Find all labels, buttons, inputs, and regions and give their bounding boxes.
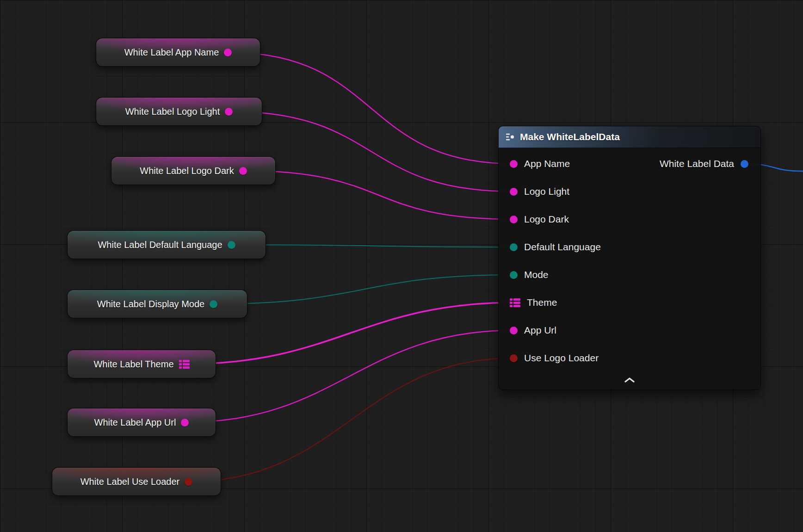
variable-getter-label: White Label Use Loader <box>80 476 180 487</box>
variable-getter-label: White Label App Name <box>124 47 219 58</box>
struct-pin-icon <box>510 298 520 307</box>
make-struct-icon <box>505 132 515 142</box>
make-whitelabeldata-node[interactable]: Make WhiteLabelData App Name White Label… <box>498 126 761 390</box>
node-body: App Name White Label Data Logo Light Log… <box>499 148 760 388</box>
input-pin-teal[interactable] <box>510 243 518 251</box>
output-pin-teal[interactable] <box>228 241 235 249</box>
input-pin-pink[interactable] <box>510 216 518 223</box>
pin-row: Use Logo Loader <box>499 344 760 372</box>
output-pin-pink[interactable] <box>225 108 233 116</box>
variable-getter-node[interactable]: White Label Logo Light <box>96 97 262 126</box>
input-pin-pink[interactable] <box>510 327 518 334</box>
node-header[interactable]: Make WhiteLabelData <box>499 126 760 148</box>
variable-getter-label: White Label Default Language <box>98 240 222 250</box>
input-pin-label: Use Logo Loader <box>524 353 599 364</box>
input-pin-struct[interactable] <box>510 298 520 307</box>
wire[interactable] <box>185 330 514 422</box>
output-pin-label: White Label Data <box>660 158 734 169</box>
wire[interactable] <box>243 171 513 219</box>
pin-row: App Url <box>499 316 760 344</box>
input-pin-pink[interactable] <box>510 188 518 196</box>
pin-row: Logo Dark <box>499 205 760 233</box>
variable-getter-label: White Label Logo Dark <box>140 166 234 176</box>
pin-row: Mode <box>499 261 760 289</box>
wire[interactable] <box>214 275 514 304</box>
variable-getter-node[interactable]: White Label Display Mode <box>67 290 247 318</box>
output-pin-blue[interactable] <box>741 160 748 168</box>
input-pin-label: Mode <box>524 269 549 280</box>
variable-getter-label: White Label Logo Light <box>125 106 220 117</box>
input-pin-label: Logo Dark <box>524 214 569 225</box>
variable-getter-node[interactable]: White Label App Url <box>67 408 216 437</box>
variable-getter-node[interactable]: White Label Logo Dark <box>111 156 276 185</box>
variable-getter-node[interactable]: White Label Use Loader <box>52 467 221 496</box>
variable-getter-label: White Label Display Mode <box>97 299 204 309</box>
input-pin-label: Logo Light <box>524 186 569 197</box>
variable-getter-node[interactable]: White Label Theme <box>67 350 216 378</box>
output-pin-pink[interactable] <box>181 419 189 427</box>
input-pin-label: Default Language <box>524 241 601 253</box>
output-pin-struct[interactable] <box>179 360 190 369</box>
blueprint-graph-canvas[interactable]: White Label App Name White Label Logo Li… <box>0 0 803 532</box>
pin-row: Default Language <box>499 233 760 261</box>
variable-getter-label: White Label App Url <box>94 417 176 428</box>
wire[interactable] <box>228 52 514 164</box>
variable-getter-label: White Label Theme <box>93 359 173 370</box>
pin-row: Logo Light <box>499 178 760 205</box>
input-pin-label: App Url <box>524 325 556 336</box>
input-pin-label: Theme <box>527 297 557 308</box>
pin-row: App Name White Label Data <box>499 150 760 178</box>
pin-row: Theme <box>499 289 760 316</box>
input-pin-label: App Name <box>524 158 570 169</box>
output-pin-pink[interactable] <box>224 49 232 56</box>
output-pin-pink[interactable] <box>239 167 247 175</box>
struct-pin-icon <box>179 360 190 369</box>
input-pin-teal[interactable] <box>510 271 518 279</box>
input-pin-bool[interactable] <box>510 354 518 362</box>
output-pin-bool[interactable] <box>185 478 192 486</box>
collapse-chevron-button[interactable] <box>499 372 760 388</box>
output-pin-teal[interactable] <box>210 300 217 308</box>
node-title: Make WhiteLabelData <box>520 131 620 142</box>
variable-getter-node[interactable]: White Label Default Language <box>67 230 266 259</box>
variable-getter-node[interactable]: White Label App Name <box>96 38 260 67</box>
input-pin-pink[interactable] <box>510 160 518 168</box>
wire[interactable] <box>189 358 514 482</box>
wire[interactable] <box>231 245 514 247</box>
chevron-up-icon <box>624 377 635 383</box>
